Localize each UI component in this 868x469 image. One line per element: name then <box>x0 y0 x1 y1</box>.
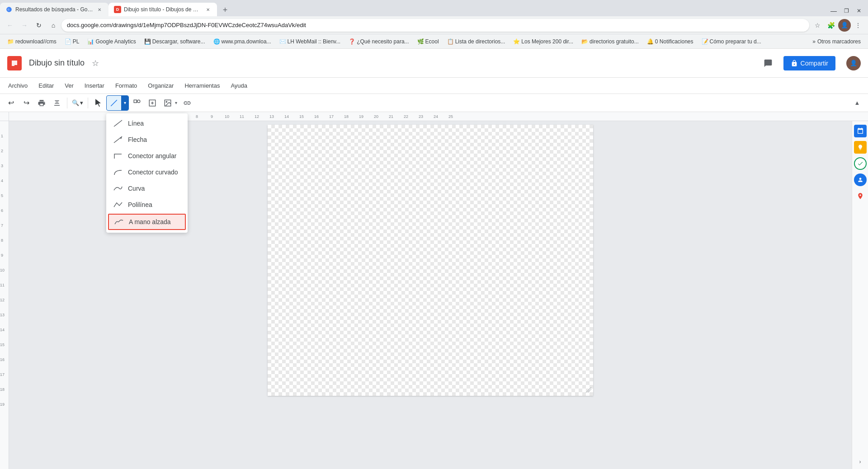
textbox-tool[interactable] <box>145 96 160 110</box>
bookmark-more[interactable]: » Otros marcadores <box>809 37 864 47</box>
google-contacts-button[interactable] <box>854 174 867 186</box>
tab-1[interactable]: G Resultados de búsqueda - Goog... ✕ <box>0 3 108 16</box>
user-avatar[interactable]: 👤 <box>846 56 861 70</box>
reload-button[interactable]: ↻ <box>33 19 45 32</box>
paint-format-button[interactable] <box>50 96 64 110</box>
image-tool-main <box>160 96 175 110</box>
bookmark-label: Cómo preparar tu d... <box>710 38 761 45</box>
more-options-button[interactable]: ⋮ <box>852 19 864 32</box>
maximize-button[interactable]: ❐ <box>841 5 852 16</box>
ruler-num: 13 <box>269 114 274 119</box>
shapes-tool[interactable] <box>130 96 144 110</box>
bookmark-descargar[interactable]: 💾 Descargar, software... <box>141 37 209 47</box>
dropdown-item-polilinea[interactable]: Polilínea <box>106 197 188 213</box>
mano-alzada-label: A mano alzada <box>129 218 171 225</box>
google-calendar-button[interactable] <box>854 125 867 137</box>
bookmark-lista[interactable]: 📋 Lista de directorios... <box>443 37 509 47</box>
bookmark-que-necesito[interactable]: ❓ ¿Qué necesito para... <box>345 37 412 47</box>
bookmark-mejores[interactable]: ⭐ Los Mejores 200 dir... <box>509 37 577 47</box>
home-button[interactable]: ⌂ <box>47 19 60 32</box>
minimize-button[interactable]: — <box>828 5 839 16</box>
tab-bar: G Resultados de búsqueda - Goog... ✕ D D… <box>0 0 868 16</box>
line-tool-main[interactable] <box>107 96 121 110</box>
google-keep-button[interactable] <box>854 141 867 154</box>
bookmark-favicon: ❓ <box>349 38 355 45</box>
image-tool-dropdown-arrow[interactable]: ▾ <box>175 100 179 105</box>
profile-button[interactable]: 👤 <box>838 19 851 32</box>
expand-right-panel-button[interactable]: › <box>857 458 864 465</box>
dropdown-item-curva[interactable]: Curva <box>106 180 188 197</box>
bookmark-pma[interactable]: 🌐 www.pma.downloa... <box>210 37 275 47</box>
bookmark-como-preparar[interactable]: 📝 Cómo preparar tu d... <box>698 37 765 47</box>
ruler-num: 22 <box>404 114 408 119</box>
menu-editar[interactable]: Editar <box>34 80 58 91</box>
share-label: Compartir <box>801 60 828 67</box>
google-maps-button[interactable] <box>854 190 867 202</box>
bookmark-pl[interactable]: 📄 PL <box>61 37 83 47</box>
bookmark-directorios[interactable]: 📂 directorios gratuito... <box>578 37 642 47</box>
extensions-button[interactable]: 🧩 <box>825 19 837 32</box>
bookmark-label: ¿Qué necesito para... <box>357 38 409 45</box>
drawing-canvas[interactable] <box>268 125 593 396</box>
bookmark-favicon: 🔔 <box>647 38 653 45</box>
toolbar-collapse[interactable]: ▲ <box>850 96 864 110</box>
toolbar: ↩ ↪ 🔍 ▾ ▾ <box>0 94 868 112</box>
bookmark-label: www.pma.downloa... <box>222 38 271 45</box>
address-input[interactable] <box>61 19 809 32</box>
bookmark-ecool[interactable]: 🌿 Ecool <box>414 37 443 47</box>
dropdown-item-mano-alzada[interactable]: A mano alzada <box>108 214 186 230</box>
dropdown-item-linea[interactable]: Línea <box>106 115 188 131</box>
line-tool-container: ▾ Línea Flecha <box>106 95 129 111</box>
tab-1-close[interactable]: ✕ <box>96 6 103 13</box>
ruler-num: 8 <box>196 114 198 119</box>
bookmark-label: redownload//cms <box>15 38 57 45</box>
menu-ayuda[interactable]: Ayuda <box>226 80 252 91</box>
select-tool[interactable] <box>91 96 105 110</box>
back-button[interactable]: ← <box>4 19 16 32</box>
tab-2-close[interactable]: ✕ <box>204 6 212 13</box>
link-tool[interactable] <box>180 96 194 110</box>
vruler-12: 12 <box>0 298 5 302</box>
svg-rect-7 <box>134 100 137 103</box>
ruler-num: 15 <box>299 114 304 119</box>
google-tasks-button[interactable] <box>854 157 867 170</box>
dropdown-item-conector-angular[interactable]: Conector angular <box>106 148 188 164</box>
menu-insertar[interactable]: Insertar <box>80 80 109 91</box>
vruler-7: 7 <box>1 223 3 228</box>
undo-button[interactable]: ↩ <box>4 96 18 110</box>
forward-button[interactable]: → <box>18 19 31 32</box>
menu-organizar[interactable]: Organizar <box>143 80 178 91</box>
bookmark-notificaciones[interactable]: 🔔 0 Notificaciones <box>643 37 697 47</box>
zoom-control[interactable]: 🔍 ▾ <box>70 98 85 108</box>
line-tool-with-arrow[interactable]: ▾ <box>106 95 129 111</box>
close-button[interactable]: ✕ <box>854 5 864 16</box>
menu-ver[interactable]: Ver <box>60 80 78 91</box>
vruler-3: 3 <box>1 164 3 168</box>
star-icon[interactable]: ☆ <box>92 58 99 68</box>
bookmark-webmail[interactable]: ✉️ LH WebMail :: Bienv... <box>276 37 344 47</box>
flecha-label: Flecha <box>128 136 147 143</box>
dropdown-item-flecha[interactable]: Flecha <box>106 131 188 148</box>
bookmark-star-button[interactable]: ☆ <box>811 19 824 32</box>
ruler-num: 23 <box>419 114 423 119</box>
print-button[interactable] <box>34 96 49 110</box>
menu-herramientas[interactable]: Herramientas <box>180 80 224 91</box>
comment-button[interactable] <box>760 55 776 71</box>
dropdown-item-conector-curvado[interactable]: Conector curvado <box>106 164 188 180</box>
bookmark-label: Otros marcadores <box>817 38 861 45</box>
menu-formato[interactable]: Formato <box>111 80 142 91</box>
share-button[interactable]: Compartir <box>783 56 835 70</box>
line-tool-dropdown-arrow[interactable]: ▾ <box>121 96 128 110</box>
vruler-4: 4 <box>1 178 3 183</box>
bookmark-redownload[interactable]: 📁 redownload//cms <box>4 37 60 47</box>
redo-button[interactable]: ↪ <box>19 96 33 110</box>
bookmark-label: directorios gratuito... <box>590 38 639 45</box>
vruler-14: 14 <box>0 328 5 332</box>
bookmark-google-analytics[interactable]: 📊 Google Analytics <box>84 37 139 47</box>
new-tab-button[interactable]: + <box>219 4 231 16</box>
menu-archivo[interactable]: Archivo <box>4 80 32 91</box>
tab-2[interactable]: D Dibujo sin título - Dibujos de Go... ✕ <box>108 3 217 16</box>
image-tool-with-arrow[interactable]: ▾ <box>160 96 179 110</box>
vruler-1: 1 <box>1 134 3 138</box>
curva-label: Curva <box>128 185 145 192</box>
